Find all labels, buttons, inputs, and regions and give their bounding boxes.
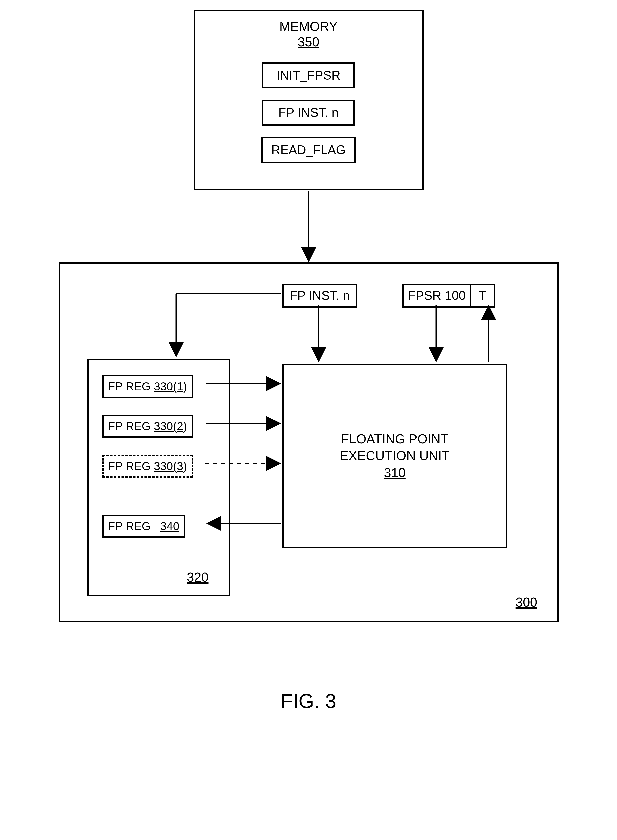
reg-file-id: 320 bbox=[187, 570, 209, 585]
t-box: T bbox=[471, 284, 495, 308]
fp-inst-box: FP INST. n bbox=[282, 284, 357, 308]
fpu-title-line1: FLOATING POINT bbox=[341, 432, 449, 446]
reg-file-box: FP REG 330(1) FP REG 330(2) FP REG 330(3… bbox=[87, 358, 230, 596]
fp-reg-330-3: FP REG 330(3) bbox=[102, 455, 193, 478]
memory-item-read-flag: READ_FLAG bbox=[261, 137, 356, 163]
memory-title: MEMORY 350 bbox=[279, 19, 338, 50]
fp-inst-label: FP INST. n bbox=[289, 289, 350, 302]
fp-reg-340: FP REG 340 bbox=[102, 515, 185, 538]
fp-reg-label-1: FP REG bbox=[108, 380, 151, 393]
figure-label: FIG. 3 bbox=[280, 690, 336, 713]
memory-title-text: MEMORY bbox=[279, 19, 338, 34]
fpsr-box: FPSR 100 bbox=[402, 284, 472, 308]
fp-reg-330-2: FP REG 330(2) bbox=[102, 415, 193, 438]
fpu-id: 310 bbox=[384, 466, 406, 480]
fp-reg-id-2: 330(2) bbox=[154, 420, 187, 433]
memory-id: 350 bbox=[298, 35, 319, 49]
fpsr-label: FPSR 100 bbox=[408, 289, 466, 302]
memory-item-fp-inst: FP INST. n bbox=[262, 100, 354, 126]
fp-reg-330-1: FP REG 330(1) bbox=[102, 375, 193, 398]
memory-item-init-fpsr: INIT_FPSR bbox=[262, 62, 354, 88]
processor-id: 300 bbox=[515, 595, 537, 610]
fpu-title-line2: EXECUTION UNIT bbox=[340, 448, 450, 463]
fpu-title: FLOATING POINT EXECUTION UNIT 310 bbox=[340, 431, 450, 482]
diagram-container: MEMORY 350 INIT_FPSR FP INST. n READ_FLA… bbox=[59, 10, 558, 670]
fp-reg-label-4: FP REG bbox=[108, 520, 151, 533]
fp-reg-id-3: 330(3) bbox=[154, 460, 187, 473]
processor-box: FP INST. n FPSR 100 T FP REG 330(1) FP R… bbox=[59, 262, 558, 622]
fp-reg-label-2: FP REG bbox=[108, 420, 151, 433]
fpu-box: FLOATING POINT EXECUTION UNIT 310 bbox=[282, 364, 507, 548]
fp-reg-id-4: 340 bbox=[160, 520, 179, 533]
fpsr-container: FPSR 100 T bbox=[402, 284, 495, 308]
memory-box: MEMORY 350 INIT_FPSR FP INST. n READ_FLA… bbox=[194, 10, 424, 190]
memory-items: INIT_FPSR FP INST. n READ_FLAG bbox=[261, 62, 356, 163]
fp-reg-label-3: FP REG bbox=[108, 460, 151, 473]
fp-reg-id-1: 330(1) bbox=[154, 380, 187, 393]
t-label: T bbox=[479, 289, 487, 302]
